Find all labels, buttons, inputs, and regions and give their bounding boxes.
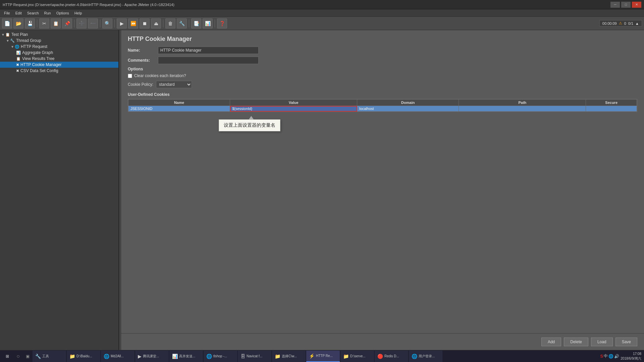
taskbar-tlshop[interactable]: 🌐 tlshop -...	[204, 351, 237, 362]
name-row: Name:	[128, 47, 637, 54]
clear-cookies-checkbox[interactable]	[128, 74, 132, 78]
name-input[interactable]	[158, 47, 259, 54]
view-results-icon: 📋	[16, 57, 21, 61]
cookie-policy-select[interactable]: standard compatibility default rfc2109 r…	[156, 81, 192, 88]
arrow-http-request[interactable]: ▼	[11, 45, 14, 49]
taskbar-redis[interactable]: 🔴 Redis D...	[375, 351, 408, 362]
taskbar-gaoji[interactable]: 📊 高并发送...	[169, 351, 203, 362]
taskbar-navicat[interactable]: 🗄 Navicat f...	[238, 351, 271, 362]
tree-item-thread-group[interactable]: ▼ 🔧 Thread Group	[0, 38, 118, 44]
content-inner: HTTP Cookie Manager Name: Comments: Opti…	[121, 30, 644, 333]
task-view-button[interactable]: ▣	[23, 350, 32, 362]
menu-options[interactable]: Options	[54, 10, 72, 16]
tree-item-http-request[interactable]: ▼ 🌐 HTTP Request	[0, 44, 118, 50]
taskbar-md2all[interactable]: 🌐 Md2All...	[101, 351, 135, 362]
main-layout: ▼ 📋 Test Plan ▼ 🔧 Thread Group ▼ 🌐 HTTP …	[0, 30, 644, 350]
dserver-icon: 📁	[343, 354, 349, 359]
tree-item-aggregate-graph[interactable]: 📊 Aggregate Graph	[0, 50, 118, 56]
taskbar-tools[interactable]: 🔧 工具	[33, 351, 66, 362]
csv-data-set-icon: ✖	[16, 69, 19, 73]
warning-count: 0	[624, 21, 626, 25]
delete-button[interactable]: Delete	[564, 338, 588, 346]
menu-run[interactable]: Run	[42, 10, 54, 16]
tb-shutdown[interactable]: ⏏	[151, 18, 161, 28]
taskbar-time: 17:08 2018/6/9/周六	[621, 352, 641, 361]
menu-help[interactable]: Help	[72, 10, 85, 16]
http-re-label: HTTP Re...	[316, 354, 333, 358]
tb-browse[interactable]: 🔍	[102, 18, 112, 28]
tb-stop[interactable]: ⏹	[140, 18, 150, 28]
tb-copy[interactable]: 📋	[51, 18, 61, 28]
tb-clear-all[interactable]: 🗑	[165, 18, 175, 28]
options-section-title: Options	[128, 67, 637, 71]
tb-start[interactable]: ▶	[117, 18, 127, 28]
tb-sep4	[114, 19, 115, 27]
tb-function[interactable]: 🔧	[177, 18, 187, 28]
tooltip-arrow	[249, 116, 254, 119]
net-icon: 🌐	[608, 354, 613, 359]
add-button[interactable]: Add	[541, 338, 561, 346]
baidu-icon: 📁	[69, 354, 75, 359]
table-row[interactable]: JSESSIONID ${sessionId} 设置上面设置器的变量名	[128, 106, 637, 112]
content-panel: HTTP Cookie Manager Name: Comments: Opti…	[121, 30, 644, 350]
save-button[interactable]: Save	[615, 338, 637, 346]
tb-template[interactable]: 📑	[191, 18, 201, 28]
window-controls: ─ □ ✕	[610, 2, 641, 8]
start-button[interactable]: ⊞	[1, 350, 13, 362]
menu-search[interactable]: Search	[24, 10, 42, 16]
vol-icon: 🔊	[614, 354, 619, 359]
tb-cut[interactable]: ✂	[39, 18, 49, 28]
tb-start-no-pause[interactable]: ⏩	[128, 18, 138, 28]
cortana-button[interactable]: ○	[13, 350, 23, 362]
load-button[interactable]: Load	[591, 338, 613, 346]
arrow-test-plan[interactable]: ▼	[1, 33, 5, 37]
tree-item-http-cookie-manager[interactable]: ✖ HTTP Cookie Manager	[0, 62, 118, 68]
ime-icon: S	[600, 354, 603, 359]
tb-paste[interactable]: 📌	[62, 18, 72, 28]
close-button[interactable]: ✕	[632, 2, 641, 8]
tb-add[interactable]: ➕	[76, 18, 87, 28]
tree-label-test-plan: Test Plan	[11, 32, 28, 37]
taskbar-baidu[interactable]: 📁 D:\Baidu...	[67, 351, 100, 362]
taskbar-http-re[interactable]: ⚡ HTTP Re...	[306, 351, 340, 362]
tb-save[interactable]: 💾	[25, 18, 35, 28]
tb-log-viewer[interactable]: 📊	[203, 18, 213, 28]
tree-item-csv-data-set[interactable]: ✖ CSV Data Set Config	[0, 68, 118, 74]
tree-item-view-results-tree[interactable]: 📋 View Results Tree	[0, 56, 118, 62]
taskbar-tencent[interactable]: ▶ 腾讯课堂...	[135, 351, 169, 362]
tree-label-thread-group: Thread Group	[16, 38, 41, 43]
tb-sep5	[163, 19, 163, 27]
user-login-icon: 🌐	[412, 354, 417, 359]
tb-remove[interactable]: ➖	[88, 18, 98, 28]
taskbar-choose[interactable]: 📁 选择C\w...	[272, 351, 306, 362]
toolbar: 📄 📂 💾 ✂ 📋 📌 ➕ ➖ 🔍 ▶ ⏩ ⏹ ⏏ 🗑 🔧 📑 📊 ❓ 00:0…	[0, 17, 644, 30]
menu-bar: File Edit Search Run Options Help	[0, 9, 644, 17]
comments-input[interactable]	[158, 57, 259, 64]
comments-label: Comments:	[128, 58, 158, 63]
arrow-thread-group[interactable]: ▼	[6, 39, 9, 43]
tb-new[interactable]: 📄	[2, 18, 12, 28]
menu-edit[interactable]: Edit	[13, 10, 24, 16]
menu-file[interactable]: File	[1, 10, 13, 16]
tree-item-test-plan[interactable]: ▼ 📋 Test Plan	[0, 32, 118, 38]
col-path: Path	[459, 100, 586, 106]
aggregate-graph-icon: 📊	[16, 51, 21, 55]
cell-name: JSESSIONID	[128, 106, 230, 112]
maximize-button[interactable]: □	[621, 2, 631, 8]
cell-domain: localhost	[357, 106, 459, 112]
http-re-icon: ⚡	[309, 353, 315, 359]
panel-title: HTTP Cookie Manager	[128, 36, 637, 43]
baidu-label: D:\Baidu...	[76, 354, 92, 358]
tb-help[interactable]: ❓	[217, 18, 227, 28]
tools-label: 工具	[42, 354, 49, 359]
taskbar-user-login[interactable]: 🌐 用户登录...	[409, 351, 442, 362]
date-display: 2018/6/9/周六	[621, 356, 641, 361]
cell-value[interactable]: ${sessionId} 设置上面设置器的变量名	[230, 106, 357, 112]
cookie-policy-label: Cookie Policy:	[128, 82, 153, 87]
tb-open[interactable]: 📂	[13, 18, 23, 28]
taskbar-dserver[interactable]: 📁 D:\serve...	[340, 351, 374, 362]
window-title: HTTP Request.jmx (D:\server\apache-jmete…	[3, 3, 174, 7]
name-label: Name:	[128, 48, 158, 53]
minimize-button[interactable]: ─	[610, 2, 620, 8]
user-login-label: 用户登录...	[419, 354, 435, 359]
